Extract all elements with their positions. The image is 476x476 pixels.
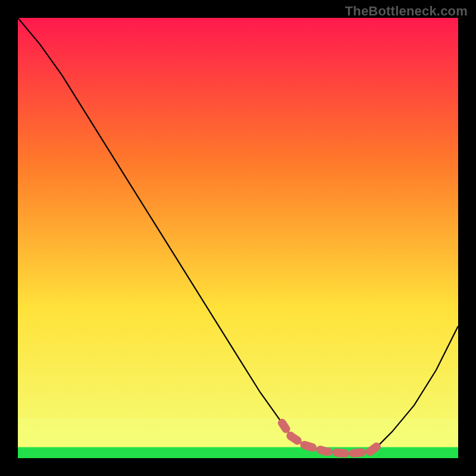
gradient-background — [18, 18, 458, 458]
plot-area — [18, 18, 458, 458]
plot-svg — [18, 18, 458, 458]
yellow-band — [18, 418, 458, 447]
watermark-text: TheBottleneck.com — [345, 4, 468, 19]
green-band — [18, 447, 458, 459]
chart-frame: TheBottleneck.com — [0, 0, 476, 476]
